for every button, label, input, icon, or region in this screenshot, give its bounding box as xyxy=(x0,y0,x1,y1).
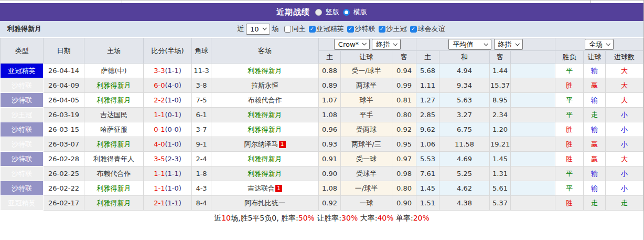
filter-checkbox-label[interactable]: 球会友谊 xyxy=(418,24,445,34)
asian-home-odds: 0.91 xyxy=(319,152,341,166)
result-handicap: 走 xyxy=(584,196,606,211)
recent-matches-table: 类型 日期 主场 比分(半场) 角球 客场 Crow* 终指 xyxy=(0,38,643,211)
col-header-euro-home: 主 xyxy=(416,51,439,64)
result-outcome: 平 xyxy=(555,108,584,122)
euro-away-odds: 1.45 xyxy=(490,152,511,166)
match-row: 沙特联26-02-22利雅得新月1-1(1-0)4-3吉达联合11.08一/球半… xyxy=(1,181,643,196)
result-outcome: 胜 xyxy=(555,137,584,152)
spacer-cell xyxy=(511,196,555,211)
summary-segment: 近 xyxy=(214,214,221,222)
asian-handicap-line: 受两球 xyxy=(341,122,392,137)
fulltime-score: 6-0 xyxy=(154,81,165,89)
vertical-layout-label[interactable]: 竖版 xyxy=(326,7,339,17)
euro-draw-odds: 4.69 xyxy=(439,152,490,166)
match-row: 沙特联26-03-07利雅得新月4-0(1-0)9-1阿尔纳泽马10.93两球半… xyxy=(1,137,643,152)
asian-away-odds: 0.95 xyxy=(392,137,416,152)
horizontal-layout-label[interactable]: 横版 xyxy=(353,7,367,17)
fulltime-score: 3-3 xyxy=(154,67,165,75)
asian-home-odds: 0.88 xyxy=(319,64,341,78)
scope-select[interactable]: 全场 xyxy=(585,39,614,50)
result-group-header: 全场 xyxy=(555,38,643,51)
match-date: 26-04-14 xyxy=(44,64,84,78)
bookmaker-select-value: Crow* xyxy=(338,40,359,48)
red-card-badge: 1 xyxy=(279,141,286,148)
halftime-score: (1-1) xyxy=(165,199,181,207)
match-date: 26-02-28 xyxy=(44,152,84,166)
fulltime-score: 1-1 xyxy=(154,184,165,192)
fulltime-score: 0-1 xyxy=(154,126,165,133)
col-header-date: 日期 xyxy=(44,38,84,64)
spacer-cell xyxy=(511,137,555,152)
corner-score: 4-3 xyxy=(192,181,211,196)
filter-checkboxes: 同主✓亚冠精英✓沙特联✓沙王冠✓球会友谊 xyxy=(281,24,445,34)
vertical-layout-radio[interactable] xyxy=(315,9,322,16)
euro-home-odds: 1.27 xyxy=(416,93,439,108)
result-handicap: 输 xyxy=(584,122,606,137)
result-outcome: 平 xyxy=(555,93,584,108)
away-team: 利雅得新月 xyxy=(211,152,319,166)
match-count-select[interactable]: 10 xyxy=(246,24,270,35)
league-type-badge: 亚冠精英 xyxy=(1,64,44,78)
match-score: 1-1(1-1) xyxy=(144,166,192,181)
filter-checkbox-label[interactable]: 同主 xyxy=(292,24,306,34)
halftime-score: (0-0) xyxy=(165,126,181,133)
euro-away-odds: 1.44 xyxy=(490,64,511,78)
league-type-badge: 沙特联 xyxy=(1,78,44,93)
col-header-score: 比分(半场) xyxy=(144,38,192,64)
filter-checkbox[interactable]: ✓ xyxy=(309,26,316,33)
chevron-down-icon xyxy=(362,41,367,45)
asian-away-odds: 0.80 xyxy=(392,181,416,196)
away-team: 布赖代合作 xyxy=(211,93,319,108)
fulltime-score: 4-0 xyxy=(154,140,165,148)
asian-away-odds: 0.99 xyxy=(392,78,416,93)
bookmaker-select[interactable]: Crow* xyxy=(334,39,370,50)
halftime-score: (1-0) xyxy=(165,184,181,192)
corner-score: 11-3 xyxy=(192,64,211,78)
horizontal-layout-radio[interactable] xyxy=(343,9,350,16)
result-handicap: 输 xyxy=(584,93,606,108)
euro-home-odds: 1.11 xyxy=(416,78,439,93)
corner-score: 2-4 xyxy=(192,152,211,166)
euro-draw-odds: 4.94 xyxy=(439,64,490,78)
result-handicap: 输 xyxy=(584,166,606,181)
fulltime-score: 2-1 xyxy=(154,199,165,207)
home-team: 哈萨征服 xyxy=(84,122,144,137)
away-team: 利雅得新月 xyxy=(211,108,319,122)
col-header-asian-home: 主 xyxy=(319,51,341,64)
match-date: 26-02-25 xyxy=(44,166,84,181)
match-row: 沙王冠26-03-19吉达国民1-1(0-1)6-1利雅得新月1.08平手0.8… xyxy=(1,108,643,122)
asian-away-odds: 0.80 xyxy=(392,108,416,122)
scope-select-value: 全场 xyxy=(589,40,603,49)
spacer-cell xyxy=(511,64,555,78)
filter-checkbox-label[interactable]: 沙特联 xyxy=(355,24,375,34)
euro-away-odds: 19.21 xyxy=(490,137,511,152)
filter-checkbox[interactable]: ✓ xyxy=(410,26,417,33)
home-team: 利雅得新月 xyxy=(84,137,144,152)
match-row: 亚冠精英26-02-17利雅得新月2-1(1-1)8-4阿布扎比统一0.92一球… xyxy=(1,196,643,211)
halftime-score: (1-1) xyxy=(165,67,181,75)
filter-bar: 利雅得新月 近 10 场 同主✓亚冠精英✓沙特联✓沙王冠✓球会友谊 xyxy=(0,21,643,37)
filter-checkbox-label[interactable]: 沙王冠 xyxy=(387,24,407,34)
euro-away-odds: 1.20 xyxy=(490,122,511,137)
home-team: 利雅得新月 xyxy=(84,181,144,196)
euro-home-odds: 1.45 xyxy=(416,181,439,196)
summary-segment: 场,胜5平5负0, 胜率: xyxy=(231,214,298,222)
euro-source-select[interactable]: 平均值 xyxy=(448,39,491,50)
filter-checkbox-label[interactable]: 亚冠精英 xyxy=(317,24,344,34)
col-header-away: 客场 xyxy=(211,38,319,64)
halftime-score: (1-0) xyxy=(165,140,181,148)
euro-draw-odds: 9.34 xyxy=(439,78,490,93)
result-goals: 小 xyxy=(606,122,643,137)
filter-checkbox[interactable]: ✓ xyxy=(379,26,385,33)
match-score: 2-2(1-0) xyxy=(144,93,192,108)
col-header-asian-line: 让球 xyxy=(341,51,392,64)
asian-stage-select[interactable]: 终指 xyxy=(372,39,401,50)
filter-checkbox[interactable]: ✓ xyxy=(347,26,354,33)
away-team: 利雅得新月 xyxy=(211,166,319,181)
euro-stage-select[interactable]: 终指 xyxy=(494,39,523,50)
match-date: 26-02-17 xyxy=(44,196,84,211)
filter-checkbox[interactable] xyxy=(284,26,291,33)
league-type-badge: 沙特联 xyxy=(1,152,44,166)
home-team: 布赖代合作 xyxy=(84,166,144,181)
red-card-badge: 1 xyxy=(275,185,282,192)
